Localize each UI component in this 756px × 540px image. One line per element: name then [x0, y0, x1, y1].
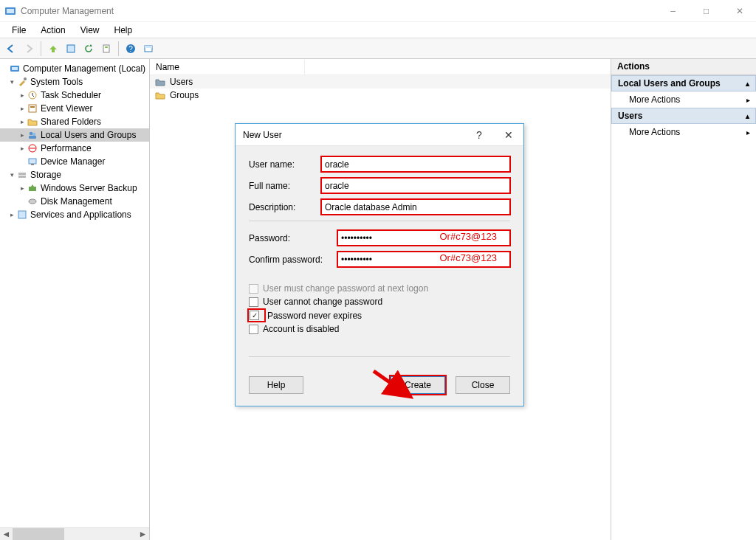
- show-hide-button[interactable]: [140, 41, 157, 57]
- menu-view[interactable]: View: [73, 24, 107, 37]
- svg-rect-17: [29, 136, 36, 139]
- input-fullname[interactable]: [321, 178, 510, 193]
- menu-file[interactable]: File: [4, 24, 33, 37]
- check-cannot-change[interactable]: User cannot change password: [249, 297, 510, 307]
- svg-point-11: [24, 77, 27, 80]
- actions-group-lug[interactable]: Local Users and Groups ▴: [611, 75, 756, 91]
- dialog-help-btn[interactable]: Help: [249, 376, 303, 394]
- svg-rect-4: [105, 46, 108, 48]
- svg-rect-14: [30, 106, 35, 108]
- dialog-title: New User: [243, 130, 464, 140]
- menu-bar: File Action View Help: [0, 22, 756, 38]
- help-button[interactable]: ?: [123, 41, 139, 57]
- window-title: Computer Management: [21, 6, 656, 16]
- perf-icon: [27, 142, 38, 154]
- export-button[interactable]: [98, 41, 114, 57]
- maximize-button[interactable]: □: [690, 0, 723, 21]
- svg-rect-23: [29, 187, 36, 191]
- collapse-icon: ▴: [746, 80, 749, 88]
- list-row-users[interactable]: Users: [150, 75, 611, 89]
- clock-icon: [27, 89, 38, 101]
- back-button[interactable]: [3, 41, 19, 57]
- tree-root[interactable]: Computer Management (Local): [0, 62, 149, 75]
- svg-rect-10: [12, 67, 18, 70]
- title-bar: Computer Management – □ ✕: [0, 0, 756, 22]
- tree-local-users-groups[interactable]: ▸ Local Users and Groups: [0, 128, 149, 142]
- col-name[interactable]: Name: [150, 60, 305, 75]
- close-button[interactable]: ✕: [723, 0, 756, 21]
- tree-event-viewer[interactable]: ▸ Event Viewer: [0, 102, 149, 115]
- tree-storage[interactable]: ▾ Storage: [0, 168, 149, 181]
- tools-icon: [16, 76, 28, 88]
- input-description[interactable]: [321, 199, 510, 215]
- label-fullname: Full name:: [249, 181, 321, 191]
- disk-icon: [27, 195, 38, 207]
- dialog-help-button[interactable]: ?: [464, 124, 494, 145]
- tree-root-label: Computer Management (Local): [23, 63, 145, 74]
- svg-rect-25: [18, 211, 26, 218]
- computer-icon: [9, 63, 21, 75]
- tree-label: Storage: [30, 170, 61, 180]
- actions-more-2[interactable]: More Actions ▸: [611, 124, 756, 140]
- minimize-button[interactable]: –: [656, 0, 690, 21]
- tree-system-tools[interactable]: ▾ System Tools: [0, 75, 149, 89]
- folder-icon: [27, 116, 38, 128]
- tree-label: System Tools: [30, 77, 83, 87]
- tree-pane: Computer Management (Local) ▾ System Too…: [0, 59, 150, 540]
- checkbox-icon: [249, 297, 258, 307]
- properties-button[interactable]: [63, 41, 79, 57]
- svg-rect-3: [103, 45, 109, 52]
- check-account-disabled[interactable]: Account is disabled: [249, 324, 510, 334]
- actions-pane: Actions Local Users and Groups ▴ More Ac…: [611, 59, 756, 540]
- services-icon: [16, 209, 28, 221]
- actions-item-label: More Actions: [629, 94, 680, 105]
- tree-label: Event Viewer: [41, 103, 92, 114]
- svg-rect-19: [29, 159, 36, 164]
- check-label: Password never expires: [267, 311, 362, 321]
- menu-help[interactable]: Help: [107, 24, 140, 37]
- svg-rect-21: [18, 173, 26, 175]
- actions-item-label: More Actions: [629, 127, 680, 137]
- dialog-create-btn[interactable]: Create: [391, 376, 445, 394]
- folder-icon: [154, 89, 166, 101]
- tree-label: Device Manager: [41, 156, 105, 167]
- svg-rect-20: [31, 164, 34, 165]
- check-never-expires[interactable]: ✓ Password never expires: [249, 310, 510, 321]
- menu-action[interactable]: Action: [33, 24, 72, 37]
- dialog-close-button[interactable]: ✕: [494, 124, 523, 145]
- actions-group-label: Local Users and Groups: [618, 78, 721, 89]
- folder-icon: [154, 76, 166, 88]
- tree-disk-management[interactable]: Disk Management: [0, 195, 149, 208]
- backup-icon: [27, 182, 38, 194]
- storage-icon: [16, 169, 28, 181]
- input-confirm-password[interactable]: [337, 252, 510, 267]
- actions-group-users[interactable]: Users ▴: [611, 108, 756, 124]
- refresh-button[interactable]: [80, 41, 97, 57]
- chevron-right-icon: ▸: [746, 128, 750, 136]
- tree-label: Windows Server Backup: [41, 183, 137, 193]
- tree-windows-backup[interactable]: ▸ Windows Server Backup: [0, 181, 149, 195]
- checkbox-icon: [249, 325, 258, 334]
- forward-button[interactable]: [21, 41, 37, 57]
- tree-label: Shared Folders: [41, 117, 101, 127]
- tree-performance[interactable]: ▸ Performance: [0, 142, 149, 155]
- checkbox-checked-icon: ✓: [250, 311, 259, 320]
- tree-shared-folders[interactable]: ▸ Shared Folders: [0, 115, 149, 128]
- tree-device-manager[interactable]: Device Manager: [0, 155, 149, 168]
- tree-services-apps[interactable]: ▸ Services and Applications: [0, 208, 149, 221]
- checkbox-icon: [249, 284, 258, 294]
- up-button[interactable]: [45, 41, 61, 57]
- list-row-groups[interactable]: Groups: [150, 89, 611, 102]
- actions-more-1[interactable]: More Actions ▸: [611, 91, 756, 108]
- svg-point-16: [32, 133, 36, 136]
- input-password[interactable]: [337, 230, 510, 246]
- tree-hscrollbar[interactable]: ◄ ►: [0, 527, 149, 540]
- check-must-change: User must change password at next logon: [249, 283, 510, 294]
- input-username[interactable]: [321, 156, 510, 172]
- list-header: Name: [150, 59, 611, 75]
- svg-text:?: ?: [128, 45, 133, 53]
- list-label: Users: [170, 77, 193, 87]
- tree-task-scheduler[interactable]: ▸ Task Scheduler: [0, 89, 149, 102]
- tree-label: Disk Management: [41, 196, 112, 207]
- dialog-close-btn[interactable]: Close: [456, 376, 510, 394]
